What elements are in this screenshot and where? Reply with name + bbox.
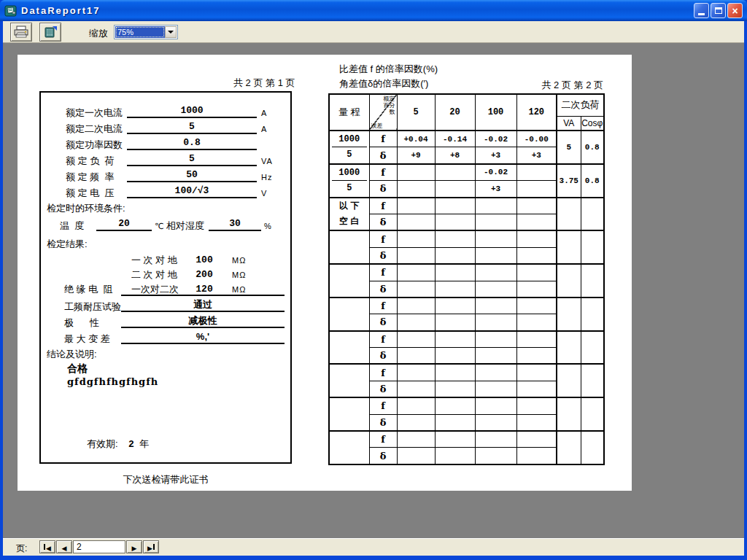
zoom-combobox[interactable]: 75% — [114, 25, 178, 39]
f-label-cell: f — [369, 397, 397, 414]
delta-label-cell: δ — [369, 181, 397, 198]
validity-unit: 年 — [139, 438, 149, 449]
insulation-row-unit: MΩ — [226, 284, 246, 295]
delta-value-cell — [475, 247, 516, 264]
last-page-icon — [147, 542, 152, 553]
delta-value-cell — [475, 448, 516, 464]
page-number-input[interactable] — [73, 540, 125, 553]
zoom-selected-value: 75% — [115, 26, 165, 38]
table-row: f — [329, 364, 604, 381]
delta-label-cell: δ — [369, 247, 397, 264]
field-label: 额 定 负 荷 — [66, 155, 127, 166]
export-icon — [43, 26, 58, 39]
range-cell: 10005 — [329, 164, 369, 198]
f-value-cell — [516, 364, 557, 381]
humidity-label: 相对湿度 — [166, 220, 209, 231]
page2-page-label: 共 2 页 第 2 页 — [536, 79, 603, 92]
range-top — [330, 365, 369, 381]
cos-cell — [581, 198, 604, 231]
close-button[interactable]: × — [727, 3, 743, 18]
f-value-cell — [397, 264, 435, 281]
report-sheet: 共 2 页 第 1 页 额定一次电流1000A额定二次电流5A额定功率因数0.8… — [18, 55, 632, 491]
maximize-button[interactable] — [711, 3, 726, 18]
print-button[interactable] — [10, 23, 32, 42]
minimize-icon — [698, 13, 705, 15]
range-top: 以 下 — [330, 198, 369, 214]
f-label-cell: f — [369, 364, 397, 381]
variation-value: %,' — [121, 331, 285, 344]
page2-title-line2: 角差值δ的倍率因数(′) — [339, 77, 428, 90]
table-row: f — [329, 397, 604, 414]
cos-header-cell: Cosφ — [581, 116, 604, 131]
field-unit: V — [257, 188, 286, 198]
first-page-button[interactable] — [39, 540, 55, 553]
page2-title-line1: 比差值 f 的倍率因数(%) — [339, 63, 438, 76]
field-unit: A — [257, 108, 286, 118]
report-preview-area: 共 2 页 第 1 页 额定一次电流1000A额定二次电流5A额定功率因数0.8… — [3, 43, 744, 537]
temperature-unit: ℃ — [152, 221, 166, 231]
rated-field-row: 额 定 电 压100/√3V — [66, 182, 286, 198]
delta-value-cell — [435, 247, 475, 264]
va-cell — [557, 298, 581, 331]
range-bottom — [330, 448, 369, 463]
field-value: 5 — [127, 121, 257, 134]
zoom-dropdown-button[interactable] — [165, 26, 177, 38]
ratio-factor-table: 量 程额定百分数误差520100120二次负荷VACosφ10005f+0.04… — [328, 93, 605, 465]
f-value-cell — [397, 331, 435, 348]
footer-note: 下次送检请带此证书 — [41, 473, 290, 486]
delta-value-cell — [516, 414, 557, 431]
f-value-cell — [516, 230, 557, 247]
f-value-cell — [397, 298, 435, 314]
f-value-cell — [435, 431, 475, 448]
percent-column-header: 120 — [516, 94, 557, 131]
window-controls: × — [694, 3, 743, 18]
minimize-button[interactable] — [694, 3, 709, 18]
f-value-cell — [435, 364, 475, 381]
field-label: 额定一次电流 — [66, 107, 127, 118]
delta-value-cell — [397, 247, 435, 264]
range-top — [330, 299, 369, 314]
diagonal-top-label: 额定百分数 — [382, 96, 395, 115]
va-header-cell: VA — [557, 116, 581, 131]
percent-column-header: 100 — [475, 94, 516, 131]
percent-column-header: 20 — [435, 94, 475, 131]
va-cell — [557, 431, 581, 464]
insulation-rows: 一 次 对 地100MΩ二 次 对 地200MΩ一次对二次120MΩ — [121, 251, 285, 296]
delta-label-cell: δ — [369, 381, 397, 397]
f-value-cell — [397, 397, 435, 414]
delta-value-cell — [435, 314, 475, 331]
field-label: 额 定 频 率 — [66, 171, 127, 182]
delta-value-cell — [435, 414, 475, 431]
cos-cell: 0.8 — [581, 131, 604, 164]
range-cell — [329, 331, 369, 365]
delta-value-cell — [397, 214, 435, 230]
cos-cell: 0.8 — [581, 164, 604, 198]
insulation-row-value: 200 — [182, 269, 226, 280]
delta-value-cell — [435, 348, 475, 365]
range-header-cell: 量 程 — [329, 94, 369, 131]
printer-icon — [13, 26, 29, 39]
delta-value-cell — [516, 181, 557, 198]
va-cell: 5 — [557, 131, 581, 164]
last-page-button[interactable] — [143, 540, 159, 553]
next-page-button[interactable] — [126, 540, 142, 553]
delta-value-cell — [397, 281, 435, 298]
titlebar[interactable]: DataReport17 × — [0, 0, 747, 21]
f-value-cell — [516, 198, 557, 214]
delta-label-cell: δ — [369, 281, 397, 298]
delta-value-cell — [435, 381, 475, 397]
export-button[interactable] — [39, 23, 61, 42]
previous-page-button[interactable] — [56, 540, 72, 553]
range-bottom — [330, 314, 369, 330]
va-cell — [557, 331, 581, 365]
field-label: 额定功率因数 — [66, 139, 127, 150]
f-value-cell — [475, 298, 516, 314]
page1-page-label: 共 2 页 第 1 页 — [233, 77, 295, 90]
delta-value-cell — [435, 181, 475, 198]
f-value-cell — [435, 198, 475, 214]
va-cell — [557, 397, 581, 431]
withstand-row: 工频耐压试验 通过 — [64, 296, 285, 312]
delta-value-cell: +3 — [516, 147, 557, 164]
field-label: 额 定 电 压 — [66, 187, 127, 198]
field-value: 100/√3 — [127, 185, 257, 198]
